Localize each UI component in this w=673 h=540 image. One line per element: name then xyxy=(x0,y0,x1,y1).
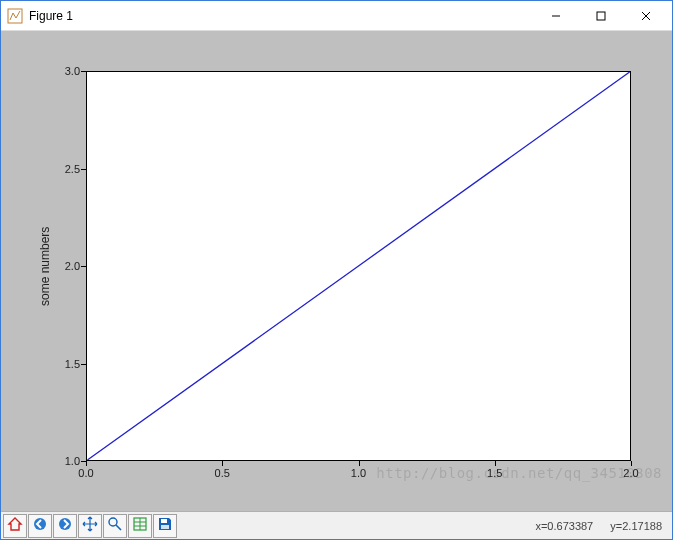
zoom-icon xyxy=(107,516,123,535)
cursor-status: x=0.673387 y=2.17188 xyxy=(521,520,662,532)
pan-icon xyxy=(82,516,98,535)
y-tick-label: 3.0 xyxy=(58,65,80,77)
watermark-text: http://blog.csdn.net/qq_34510308 xyxy=(376,465,662,481)
forward-icon xyxy=(57,516,73,535)
back-icon xyxy=(32,516,48,535)
subplot-icon xyxy=(132,516,148,535)
y-tick-label: 2.5 xyxy=(58,163,80,175)
cursor-x: x=0.673387 xyxy=(535,520,593,532)
y-axis-label: some numbers xyxy=(38,227,52,306)
y-tick-label: 1.0 xyxy=(58,455,80,467)
window-title: Figure 1 xyxy=(29,9,73,23)
save-icon xyxy=(157,516,173,535)
plot-line xyxy=(87,72,630,460)
pan-button[interactable] xyxy=(78,514,102,538)
nav-toolbar: x=0.673387 y=2.17188 xyxy=(1,511,672,539)
back-button[interactable] xyxy=(28,514,52,538)
y-tick-label: 1.5 xyxy=(58,358,80,370)
close-button[interactable] xyxy=(623,1,668,31)
x-tick-label: 1.0 xyxy=(351,467,366,479)
svg-line-8 xyxy=(116,525,121,530)
app-icon xyxy=(7,8,23,24)
window-titlebar: Figure 1 xyxy=(1,1,672,31)
svg-rect-14 xyxy=(161,525,169,529)
y-tick-label: 2.0 xyxy=(58,260,80,272)
forward-button[interactable] xyxy=(53,514,77,538)
home-icon xyxy=(7,516,23,535)
subplot-config-button[interactable] xyxy=(128,514,152,538)
save-button[interactable] xyxy=(153,514,177,538)
svg-rect-2 xyxy=(597,12,605,20)
figure-canvas[interactable]: some numbers 0.00.51.01.52.01.01.52.02.5… xyxy=(1,31,672,511)
zoom-button[interactable] xyxy=(103,514,127,538)
svg-point-7 xyxy=(109,518,117,526)
x-tick-label: 0.0 xyxy=(78,467,93,479)
minimize-button[interactable] xyxy=(533,1,578,31)
cursor-y: y=2.17188 xyxy=(610,520,662,532)
plot-axes[interactable] xyxy=(86,71,631,461)
svg-rect-13 xyxy=(161,519,167,523)
maximize-button[interactable] xyxy=(578,1,623,31)
home-button[interactable] xyxy=(3,514,27,538)
x-tick-label: 0.5 xyxy=(215,467,230,479)
